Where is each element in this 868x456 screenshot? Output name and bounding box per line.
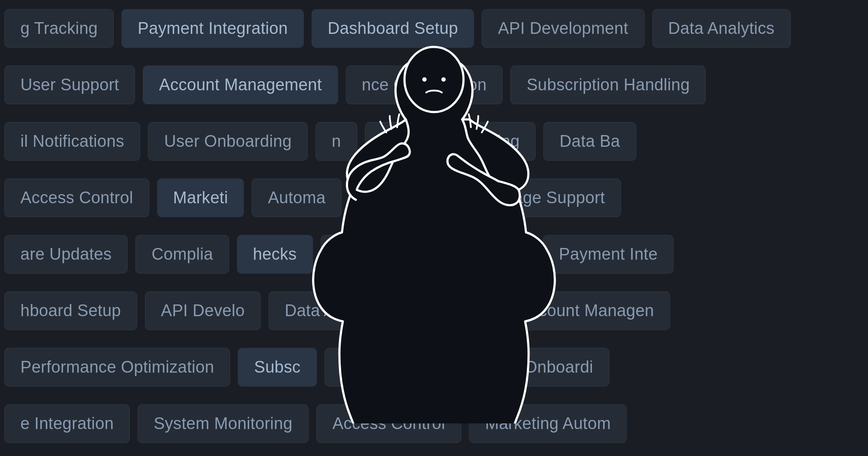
tag-item: Data Ba xyxy=(543,122,636,161)
tag-item: Subscription Handling xyxy=(510,66,706,104)
tag-row-6: hboard SetupAPI DeveloData AytiupportAcc… xyxy=(0,282,868,339)
tag-item: Dashboard Setup xyxy=(312,9,474,48)
tag-row-4: Access ControlMarketiAutomae RMulti-lang… xyxy=(0,169,868,226)
tag-item: System Monitoring xyxy=(138,404,309,443)
tag-item: upport xyxy=(416,291,496,330)
tag-item: orting xyxy=(372,235,447,274)
tag-item: Access Control xyxy=(4,178,149,217)
tags-background: g TrackingPayment IntegrationDashboard S… xyxy=(0,0,868,456)
tag-item: il Notifications xyxy=(4,122,140,161)
tag-item: Payment Inte xyxy=(543,235,674,274)
tag-item: Marketing Autom xyxy=(469,404,627,443)
tag-item: Data Analytics xyxy=(652,9,791,48)
tag-item: Complia xyxy=(135,235,229,274)
tag-item: User Support xyxy=(4,66,135,104)
tag-item: Marketi xyxy=(157,178,244,217)
tag-item: Performance Optimization xyxy=(4,348,230,387)
tag-item: il Notifications xyxy=(325,348,460,387)
tag-row-8: e IntegrationSystem MonitoringAccess Con… xyxy=(0,395,868,452)
tag-item: e R xyxy=(349,178,408,217)
tag-item: g Tracking xyxy=(4,9,114,48)
tag-item: are Updates xyxy=(4,235,128,274)
tag-item: yti xyxy=(359,291,408,330)
tag-item: hecks xyxy=(237,235,313,274)
tag-item: Access Control xyxy=(316,404,461,443)
tag-item: Automa xyxy=(252,178,342,217)
tag-item: User Onboardi xyxy=(468,348,609,387)
tag-item: Account Managen xyxy=(503,291,670,330)
tag-item: C xyxy=(321,235,365,274)
tag-row-7: Performance OptimizationSubscil Notifica… xyxy=(0,339,868,395)
tag-item: API Develo xyxy=(145,291,261,330)
tag-item: acking xyxy=(454,235,535,274)
tag-item: System Monitoring xyxy=(365,122,536,161)
tag-item: Payment Integration xyxy=(122,9,304,48)
tag-item: Account Management xyxy=(143,66,338,104)
tag-item: nce Optimization xyxy=(346,66,503,104)
tag-item: Data A xyxy=(269,291,351,330)
tag-row-5: are UpdatesCompliahecksCortingackingPaym… xyxy=(0,226,868,282)
tag-row-2: User SupportAccount Managementnce Optimi… xyxy=(0,56,868,113)
tag-item: e Integration xyxy=(4,404,130,443)
tag-row-3: il NotificationsUser OnboardingnSystem M… xyxy=(0,113,868,169)
tag-item: Subsc xyxy=(238,348,316,387)
tag-item: User Onboarding xyxy=(148,122,308,161)
tag-item: hboard Setup xyxy=(4,291,137,330)
tag-item: API Development xyxy=(482,9,644,48)
tag-item: Multi-language Support xyxy=(415,178,621,217)
tag-item: n xyxy=(316,122,357,161)
tag-row-1: g TrackingPayment IntegrationDashboard S… xyxy=(0,0,868,56)
